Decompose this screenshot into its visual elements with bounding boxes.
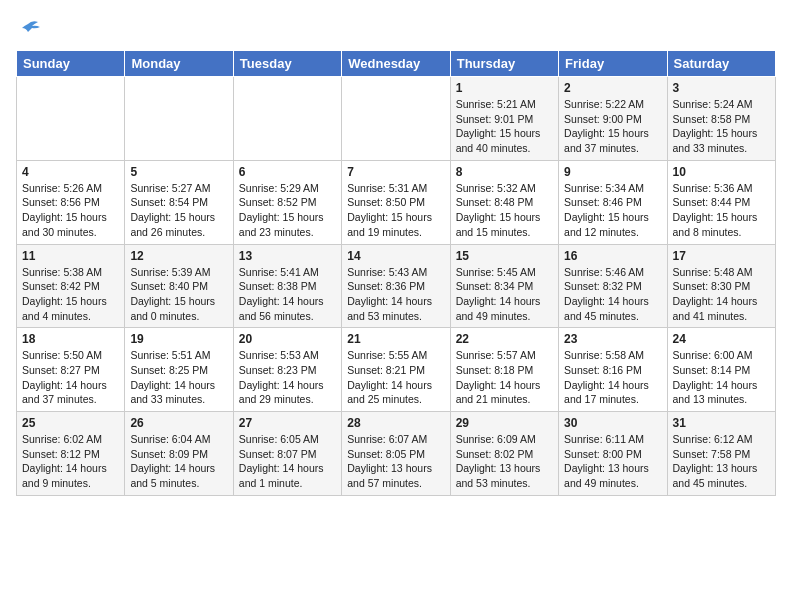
day-header-monday: Monday [125, 51, 233, 77]
day-header-saturday: Saturday [667, 51, 775, 77]
calendar-cell: 27Sunrise: 6:05 AMSunset: 8:07 PMDayligh… [233, 412, 341, 496]
day-header-friday: Friday [559, 51, 667, 77]
day-number: 20 [239, 332, 336, 346]
calendar-week-row: 25Sunrise: 6:02 AMSunset: 8:12 PMDayligh… [17, 412, 776, 496]
calendar-cell: 25Sunrise: 6:02 AMSunset: 8:12 PMDayligh… [17, 412, 125, 496]
cell-info: Sunrise: 6:11 AMSunset: 8:00 PMDaylight:… [564, 432, 661, 491]
calendar-cell [17, 77, 125, 161]
cell-info: Sunrise: 5:39 AMSunset: 8:40 PMDaylight:… [130, 265, 227, 324]
calendar-cell: 18Sunrise: 5:50 AMSunset: 8:27 PMDayligh… [17, 328, 125, 412]
day-number: 14 [347, 249, 444, 263]
cell-info: Sunrise: 5:41 AMSunset: 8:38 PMDaylight:… [239, 265, 336, 324]
day-number: 2 [564, 81, 661, 95]
cell-info: Sunrise: 5:46 AMSunset: 8:32 PMDaylight:… [564, 265, 661, 324]
logo [16, 20, 40, 42]
calendar-cell: 7Sunrise: 5:31 AMSunset: 8:50 PMDaylight… [342, 160, 450, 244]
calendar-cell: 21Sunrise: 5:55 AMSunset: 8:21 PMDayligh… [342, 328, 450, 412]
calendar-header-row: SundayMondayTuesdayWednesdayThursdayFrid… [17, 51, 776, 77]
calendar-week-row: 18Sunrise: 5:50 AMSunset: 8:27 PMDayligh… [17, 328, 776, 412]
calendar-cell: 14Sunrise: 5:43 AMSunset: 8:36 PMDayligh… [342, 244, 450, 328]
calendar-cell [342, 77, 450, 161]
day-number: 5 [130, 165, 227, 179]
day-number: 19 [130, 332, 227, 346]
day-number: 12 [130, 249, 227, 263]
cell-info: Sunrise: 6:12 AMSunset: 7:58 PMDaylight:… [673, 432, 770, 491]
calendar-week-row: 11Sunrise: 5:38 AMSunset: 8:42 PMDayligh… [17, 244, 776, 328]
day-number: 10 [673, 165, 770, 179]
day-number: 23 [564, 332, 661, 346]
calendar-cell: 22Sunrise: 5:57 AMSunset: 8:18 PMDayligh… [450, 328, 558, 412]
cell-info: Sunrise: 5:24 AMSunset: 8:58 PMDaylight:… [673, 97, 770, 156]
cell-info: Sunrise: 5:26 AMSunset: 8:56 PMDaylight:… [22, 181, 119, 240]
calendar-cell: 8Sunrise: 5:32 AMSunset: 8:48 PMDaylight… [450, 160, 558, 244]
calendar-cell: 28Sunrise: 6:07 AMSunset: 8:05 PMDayligh… [342, 412, 450, 496]
calendar-week-row: 1Sunrise: 5:21 AMSunset: 9:01 PMDaylight… [17, 77, 776, 161]
calendar-cell: 19Sunrise: 5:51 AMSunset: 8:25 PMDayligh… [125, 328, 233, 412]
day-number: 25 [22, 416, 119, 430]
calendar-cell [233, 77, 341, 161]
day-number: 18 [22, 332, 119, 346]
day-header-thursday: Thursday [450, 51, 558, 77]
calendar-cell: 31Sunrise: 6:12 AMSunset: 7:58 PMDayligh… [667, 412, 775, 496]
page-header [16, 16, 776, 42]
cell-info: Sunrise: 5:48 AMSunset: 8:30 PMDaylight:… [673, 265, 770, 324]
calendar-cell [125, 77, 233, 161]
calendar-cell: 30Sunrise: 6:11 AMSunset: 8:00 PMDayligh… [559, 412, 667, 496]
calendar-cell: 26Sunrise: 6:04 AMSunset: 8:09 PMDayligh… [125, 412, 233, 496]
calendar-cell: 11Sunrise: 5:38 AMSunset: 8:42 PMDayligh… [17, 244, 125, 328]
day-number: 22 [456, 332, 553, 346]
calendar-cell: 20Sunrise: 5:53 AMSunset: 8:23 PMDayligh… [233, 328, 341, 412]
day-number: 26 [130, 416, 227, 430]
cell-info: Sunrise: 5:45 AMSunset: 8:34 PMDaylight:… [456, 265, 553, 324]
calendar-cell: 29Sunrise: 6:09 AMSunset: 8:02 PMDayligh… [450, 412, 558, 496]
cell-info: Sunrise: 5:21 AMSunset: 9:01 PMDaylight:… [456, 97, 553, 156]
cell-info: Sunrise: 5:57 AMSunset: 8:18 PMDaylight:… [456, 348, 553, 407]
calendar-cell: 16Sunrise: 5:46 AMSunset: 8:32 PMDayligh… [559, 244, 667, 328]
cell-info: Sunrise: 5:32 AMSunset: 8:48 PMDaylight:… [456, 181, 553, 240]
day-number: 4 [22, 165, 119, 179]
calendar-cell: 13Sunrise: 5:41 AMSunset: 8:38 PMDayligh… [233, 244, 341, 328]
day-number: 3 [673, 81, 770, 95]
cell-info: Sunrise: 6:09 AMSunset: 8:02 PMDaylight:… [456, 432, 553, 491]
cell-info: Sunrise: 5:38 AMSunset: 8:42 PMDaylight:… [22, 265, 119, 324]
cell-info: Sunrise: 6:05 AMSunset: 8:07 PMDaylight:… [239, 432, 336, 491]
day-number: 6 [239, 165, 336, 179]
calendar-cell: 10Sunrise: 5:36 AMSunset: 8:44 PMDayligh… [667, 160, 775, 244]
calendar-week-row: 4Sunrise: 5:26 AMSunset: 8:56 PMDaylight… [17, 160, 776, 244]
calendar-cell: 1Sunrise: 5:21 AMSunset: 9:01 PMDaylight… [450, 77, 558, 161]
day-number: 30 [564, 416, 661, 430]
day-number: 17 [673, 249, 770, 263]
calendar-cell: 3Sunrise: 5:24 AMSunset: 8:58 PMDaylight… [667, 77, 775, 161]
day-number: 28 [347, 416, 444, 430]
calendar-cell: 6Sunrise: 5:29 AMSunset: 8:52 PMDaylight… [233, 160, 341, 244]
cell-info: Sunrise: 5:29 AMSunset: 8:52 PMDaylight:… [239, 181, 336, 240]
cell-info: Sunrise: 6:04 AMSunset: 8:09 PMDaylight:… [130, 432, 227, 491]
cell-info: Sunrise: 5:55 AMSunset: 8:21 PMDaylight:… [347, 348, 444, 407]
calendar-cell: 15Sunrise: 5:45 AMSunset: 8:34 PMDayligh… [450, 244, 558, 328]
cell-info: Sunrise: 5:58 AMSunset: 8:16 PMDaylight:… [564, 348, 661, 407]
day-number: 11 [22, 249, 119, 263]
cell-info: Sunrise: 6:00 AMSunset: 8:14 PMDaylight:… [673, 348, 770, 407]
calendar-cell: 9Sunrise: 5:34 AMSunset: 8:46 PMDaylight… [559, 160, 667, 244]
cell-info: Sunrise: 6:02 AMSunset: 8:12 PMDaylight:… [22, 432, 119, 491]
day-number: 16 [564, 249, 661, 263]
logo-bird-icon [18, 20, 40, 38]
cell-info: Sunrise: 6:07 AMSunset: 8:05 PMDaylight:… [347, 432, 444, 491]
day-number: 29 [456, 416, 553, 430]
day-number: 21 [347, 332, 444, 346]
day-number: 1 [456, 81, 553, 95]
cell-info: Sunrise: 5:31 AMSunset: 8:50 PMDaylight:… [347, 181, 444, 240]
day-header-tuesday: Tuesday [233, 51, 341, 77]
calendar-table: SundayMondayTuesdayWednesdayThursdayFrid… [16, 50, 776, 496]
calendar-cell: 2Sunrise: 5:22 AMSunset: 9:00 PMDaylight… [559, 77, 667, 161]
calendar-cell: 5Sunrise: 5:27 AMSunset: 8:54 PMDaylight… [125, 160, 233, 244]
day-header-sunday: Sunday [17, 51, 125, 77]
calendar-cell: 17Sunrise: 5:48 AMSunset: 8:30 PMDayligh… [667, 244, 775, 328]
cell-info: Sunrise: 5:51 AMSunset: 8:25 PMDaylight:… [130, 348, 227, 407]
calendar-cell: 23Sunrise: 5:58 AMSunset: 8:16 PMDayligh… [559, 328, 667, 412]
cell-info: Sunrise: 5:22 AMSunset: 9:00 PMDaylight:… [564, 97, 661, 156]
day-number: 9 [564, 165, 661, 179]
cell-info: Sunrise: 5:36 AMSunset: 8:44 PMDaylight:… [673, 181, 770, 240]
day-header-wednesday: Wednesday [342, 51, 450, 77]
day-number: 8 [456, 165, 553, 179]
